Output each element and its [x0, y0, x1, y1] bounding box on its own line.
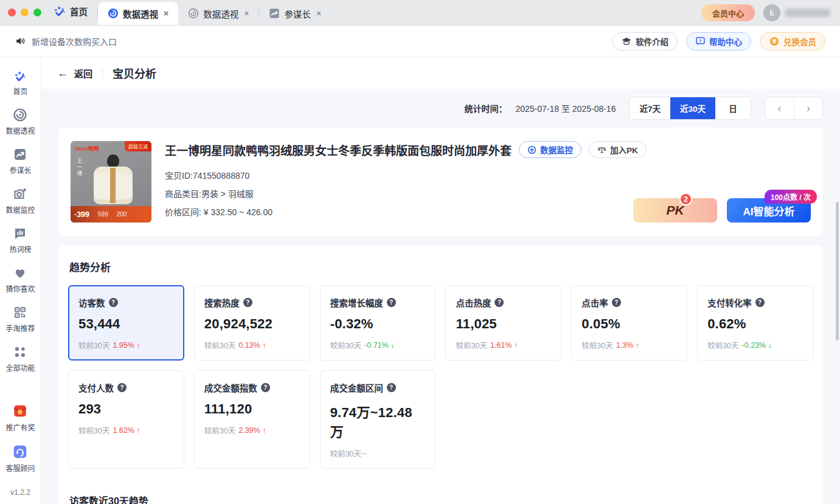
advisor-icon — [13, 147, 27, 162]
metric-label: 点击热度 — [456, 296, 491, 309]
metric-change-value: -0.71% ↓ — [364, 341, 394, 350]
period-segmented-control: 近7天近30天日 — [629, 97, 751, 120]
tab-close-icon[interactable]: × — [164, 9, 168, 18]
sidebar-item-label: 数据透视 — [5, 125, 35, 136]
question-mark-icon[interactable]: ? — [243, 298, 252, 307]
metrics-grid: 访客数?53,444较前30天1.95% ↑搜索热度?20,924,522较前3… — [68, 285, 813, 469]
metric-card-点击热度[interactable]: 点击热度?11,025较前30天1.61% ↑ — [445, 285, 561, 361]
period-button-日[interactable]: 日 — [715, 97, 751, 119]
metric-change-row: 较前30天-0.23% ↓ — [707, 339, 803, 351]
sidebar-item-热词榜[interactable]: 热词榜 — [5, 226, 35, 254]
metric-change-row: 较前30天1.62% ↑ — [78, 424, 174, 436]
sidebar-item-全部功能[interactable]: 全部功能 — [5, 345, 35, 373]
question-mark-icon[interactable]: ? — [387, 298, 396, 307]
软件介绍-button[interactable]: 软件介绍 — [612, 32, 678, 50]
red-packet-icon — [12, 403, 28, 419]
product-id-line: 宝贝ID:741550888870 — [165, 167, 811, 185]
metric-change-row: 较前30天2.39% ↑ — [204, 424, 300, 436]
question-mark-icon[interactable]: ? — [109, 298, 118, 307]
back-arrow-icon[interactable]: ← — [57, 67, 68, 80]
metric-card-支付人数[interactable]: 支付人数?293较前30天1.62% ↑ — [68, 370, 184, 469]
close-window-button[interactable] — [8, 9, 16, 16]
metric-value: 111,120 — [204, 401, 300, 417]
metric-label: 点击率 — [581, 296, 608, 309]
product-image[interactable]: YAYA鸭鸭 超级立减 王一博 ·399 599 200 — [71, 141, 151, 223]
question-mark-icon[interactable]: ? — [387, 383, 396, 392]
scrollbar-thumb[interactable] — [836, 202, 839, 340]
tab-数据透视-1[interactable]: 数据透视× — [178, 2, 259, 25]
metric-card-搜索热度[interactable]: 搜索热度?20,924,522较前30天0.13% ↑ — [194, 285, 310, 361]
metric-card-搜索增长幅度[interactable]: 搜索增长幅度?-0.32%较前30天-0.71% ↓ — [320, 285, 436, 361]
tab-参谋长-2[interactable]: 参谋长× — [259, 2, 331, 25]
question-mark-icon[interactable]: ? — [612, 298, 621, 307]
sidebar-item-参谋长[interactable]: 参谋长 — [5, 147, 35, 175]
metric-card-访客数[interactable]: 访客数?53,444较前30天1.95% ↑ — [68, 285, 184, 361]
metric-change-value: -0.23% ↓ — [742, 341, 772, 350]
stats-time-range: 2025-07-18 至 2025-08-16 — [515, 102, 616, 114]
next-page-button[interactable]: › — [794, 97, 822, 119]
pk-button[interactable]: PK 2 — [633, 198, 717, 223]
data-monitor-button[interactable]: 数据监控 — [519, 141, 581, 158]
speaker-icon — [15, 35, 26, 47]
period-button-近7天[interactable]: 近7天 — [630, 97, 670, 119]
button-label: 兑换会员 — [783, 35, 816, 47]
question-mark-icon[interactable]: ? — [755, 298, 765, 307]
question-mark-icon[interactable]: ? — [495, 298, 504, 307]
metric-value: 0.62% — [707, 316, 803, 332]
metric-value: 20,924,522 — [204, 316, 300, 332]
maximize-window-button[interactable] — [33, 9, 41, 16]
date-pager: ‹ › — [765, 97, 823, 120]
traffic-lights — [0, 9, 50, 25]
product-card: YAYA鸭鸭 超级立减 王一博 ·399 599 200 王一博明星同款鸭鸭羽绒… — [58, 128, 823, 236]
prev-page-button[interactable]: ‹ — [765, 97, 794, 119]
image-price-main: ·399 — [74, 210, 89, 219]
tab-数据透视-0[interactable]: 数据透视× — [98, 2, 178, 25]
trend-analysis-title: 趋势分析 — [69, 259, 812, 274]
tab-close-icon[interactable]: × — [244, 9, 249, 18]
sidebar-item-猜你喜欢[interactable]: 猜你喜欢 — [5, 266, 35, 294]
button-label: 软件介绍 — [636, 35, 668, 47]
sidebar-item-客服顾问[interactable]: 客服顾问 — [5, 444, 35, 473]
question-mark-icon[interactable]: ? — [261, 383, 270, 392]
metric-card-点击率[interactable]: 点击率?0.05%较前30天1.3% ↑ — [571, 285, 687, 361]
image-price-mid: 599 — [98, 211, 108, 218]
sidebar-item-推广有奖[interactable]: 推广有奖 — [5, 403, 35, 432]
sidebar-item-数据监控[interactable]: 数据监控 — [5, 187, 35, 215]
metric-card-成交金额区间[interactable]: 成交金额区间?9.74万~12.48万较前30天-- — [320, 370, 436, 469]
sidebar-item-label: 客服顾问 — [5, 463, 35, 473]
sidebar-item-手淘推荐[interactable]: 手淘推荐 — [5, 305, 35, 333]
back-button[interactable]: 返回 — [74, 67, 92, 80]
帮助中心-button[interactable]: ?帮助中心 — [686, 32, 751, 50]
minimize-window-button[interactable] — [21, 9, 29, 16]
兑换会员-button[interactable]: 兑换会员 — [760, 32, 825, 50]
user-account[interactable]: k — [763, 4, 830, 21]
ai-analysis-button[interactable]: AI智能分析 100点数 / 次 — [727, 198, 811, 223]
sidebar-item-首页[interactable]: 首页 — [5, 71, 35, 96]
member-center-button[interactable]: 会员中心 — [701, 4, 755, 21]
metric-change-value: -- — [362, 449, 367, 458]
sidebar-item-数据透视[interactable]: 数据透视 — [5, 108, 35, 136]
plus-circle-icon — [527, 145, 536, 154]
compare-prefix: 较前30天 — [707, 339, 738, 351]
tab-close-icon[interactable]: × — [316, 9, 321, 18]
avatar[interactable]: k — [763, 4, 780, 21]
join-pk-button[interactable]: 加入PK — [589, 141, 647, 158]
image-price-right: 200 — [117, 211, 127, 218]
app-logo-icon — [54, 5, 66, 18]
compare-prefix: 较前30天 — [456, 339, 487, 351]
pk-button-label: PK — [666, 203, 684, 218]
period-button-近30天[interactable]: 近30天 — [670, 97, 715, 119]
compare-prefix: 较前30天 — [204, 424, 235, 436]
metric-card-支付转化率[interactable]: 支付转化率?0.62%较前30天-0.23% ↓ — [697, 285, 813, 361]
home-nav[interactable]: 首页 — [50, 5, 97, 25]
metric-card-成交金额指数[interactable]: 成交金额指数?111,120较前30天2.39% ↑ — [194, 370, 310, 469]
compare-prefix: 较前30天 — [581, 339, 613, 351]
metric-value: 293 — [78, 401, 174, 417]
announcement-text[interactable]: 新增设备次数购买入口 — [32, 35, 117, 47]
product-image-price-strip: ·399 599 200 — [71, 206, 151, 223]
trend-analysis-card: 趋势分析 访客数?53,444较前30天1.95% ↑搜索热度?20,924,5… — [58, 246, 823, 504]
pk-count-badge: 2 — [679, 193, 692, 205]
question-mark-icon[interactable]: ? — [117, 383, 127, 392]
grad-cap-icon — [621, 36, 632, 47]
metric-change-value: 2.39% ↑ — [238, 426, 266, 435]
